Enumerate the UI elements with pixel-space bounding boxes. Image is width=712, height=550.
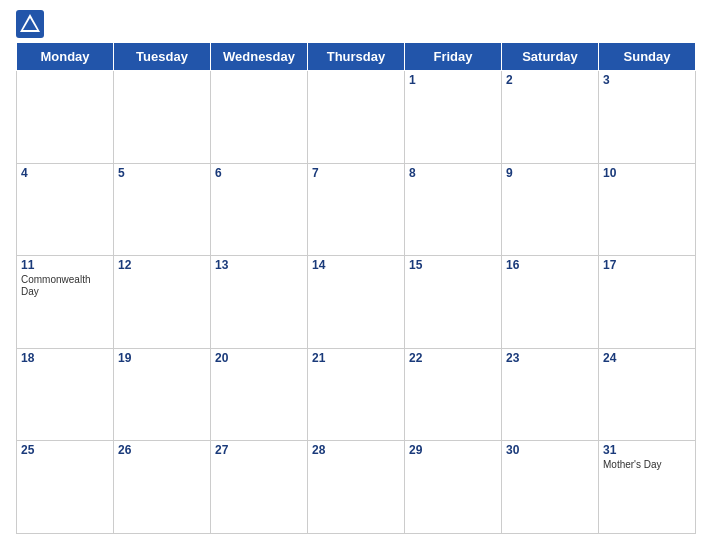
day-number: 30 xyxy=(506,443,594,457)
weekday-tuesday: Tuesday xyxy=(114,43,211,71)
calendar-cell: 7 xyxy=(308,163,405,256)
calendar-cell: 31Mother's Day xyxy=(599,441,696,534)
calendar-cell: 26 xyxy=(114,441,211,534)
calendar-cell: 19 xyxy=(114,348,211,441)
day-number: 22 xyxy=(409,351,497,365)
calendar-cell: 21 xyxy=(308,348,405,441)
day-number: 14 xyxy=(312,258,400,272)
calendar-cell: 4 xyxy=(17,163,114,256)
weekday-saturday: Saturday xyxy=(502,43,599,71)
calendar-header xyxy=(16,10,696,38)
weekday-friday: Friday xyxy=(405,43,502,71)
weekday-sunday: Sunday xyxy=(599,43,696,71)
day-number: 5 xyxy=(118,166,206,180)
day-number: 13 xyxy=(215,258,303,272)
day-number: 9 xyxy=(506,166,594,180)
calendar-cell: 27 xyxy=(211,441,308,534)
day-number: 8 xyxy=(409,166,497,180)
calendar-cell: 5 xyxy=(114,163,211,256)
day-number: 20 xyxy=(215,351,303,365)
day-number: 28 xyxy=(312,443,400,457)
calendar-cell: 2 xyxy=(502,71,599,164)
generalblue-logo-icon xyxy=(16,10,44,38)
calendar-cell: 11Commonwealth Day xyxy=(17,256,114,349)
weekday-monday: Monday xyxy=(17,43,114,71)
weekday-wednesday: Wednesday xyxy=(211,43,308,71)
day-number: 19 xyxy=(118,351,206,365)
calendar-cell: 17 xyxy=(599,256,696,349)
calendar-cell: 3 xyxy=(599,71,696,164)
day-number: 12 xyxy=(118,258,206,272)
day-number: 16 xyxy=(506,258,594,272)
day-number: 2 xyxy=(506,73,594,87)
calendar-cell xyxy=(308,71,405,164)
week-row-1: 123 xyxy=(17,71,696,164)
week-row-2: 45678910 xyxy=(17,163,696,256)
calendar-cell: 23 xyxy=(502,348,599,441)
weekday-header-row: MondayTuesdayWednesdayThursdayFridaySatu… xyxy=(17,43,696,71)
day-number: 18 xyxy=(21,351,109,365)
calendar-cell: 15 xyxy=(405,256,502,349)
calendar-cell: 16 xyxy=(502,256,599,349)
day-number: 27 xyxy=(215,443,303,457)
day-number: 1 xyxy=(409,73,497,87)
calendar-cell: 14 xyxy=(308,256,405,349)
calendar-cell: 28 xyxy=(308,441,405,534)
day-number: 3 xyxy=(603,73,691,87)
day-number: 10 xyxy=(603,166,691,180)
calendar-cell: 13 xyxy=(211,256,308,349)
day-number: 21 xyxy=(312,351,400,365)
calendar-cell: 25 xyxy=(17,441,114,534)
calendar-cell: 8 xyxy=(405,163,502,256)
weekday-thursday: Thursday xyxy=(308,43,405,71)
event-text: Commonwealth Day xyxy=(21,274,109,298)
calendar-cell: 10 xyxy=(599,163,696,256)
day-number: 25 xyxy=(21,443,109,457)
calendar-cell: 9 xyxy=(502,163,599,256)
day-number: 24 xyxy=(603,351,691,365)
day-number: 23 xyxy=(506,351,594,365)
calendar-cell: 29 xyxy=(405,441,502,534)
event-text: Mother's Day xyxy=(603,459,691,471)
calendar-cell: 18 xyxy=(17,348,114,441)
calendar-cell: 12 xyxy=(114,256,211,349)
week-row-3: 11Commonwealth Day121314151617 xyxy=(17,256,696,349)
logo xyxy=(16,10,48,38)
calendar-cell xyxy=(17,71,114,164)
calendar-cell: 1 xyxy=(405,71,502,164)
calendar-cell xyxy=(114,71,211,164)
day-number: 11 xyxy=(21,258,109,272)
calendar-cell: 6 xyxy=(211,163,308,256)
calendar-cell: 30 xyxy=(502,441,599,534)
calendar-table: MondayTuesdayWednesdayThursdayFridaySatu… xyxy=(16,42,696,534)
calendar-cell xyxy=(211,71,308,164)
day-number: 29 xyxy=(409,443,497,457)
day-number: 6 xyxy=(215,166,303,180)
day-number: 15 xyxy=(409,258,497,272)
calendar-cell: 22 xyxy=(405,348,502,441)
calendar-cell: 20 xyxy=(211,348,308,441)
day-number: 4 xyxy=(21,166,109,180)
day-number: 26 xyxy=(118,443,206,457)
day-number: 7 xyxy=(312,166,400,180)
day-number: 17 xyxy=(603,258,691,272)
day-number: 31 xyxy=(603,443,691,457)
week-row-5: 25262728293031Mother's Day xyxy=(17,441,696,534)
calendar-cell: 24 xyxy=(599,348,696,441)
week-row-4: 18192021222324 xyxy=(17,348,696,441)
